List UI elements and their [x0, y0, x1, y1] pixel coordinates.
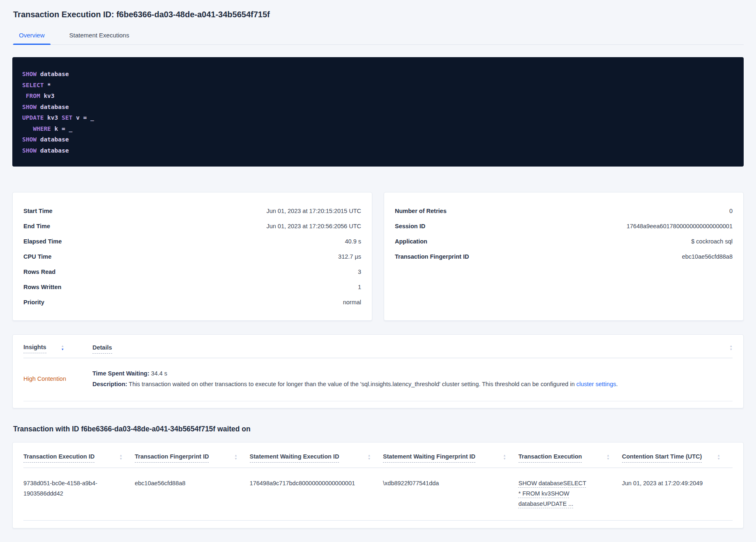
stat-row-retries: Number of Retries 0: [395, 203, 733, 218]
stat-row-elapsed-time: Elapsed Time 40.9 s: [23, 234, 361, 249]
time-spent-waiting-line: Time Spent Waiting: 34.4 s: [92, 368, 733, 379]
sort-desc-icon: ▼: [368, 458, 371, 460]
cell-contention-start-time: Jun 01, 2023 at 17:20:49:2049: [622, 478, 733, 509]
sort-arrows-icon[interactable]: ▲▼: [61, 345, 64, 351]
stat-label: Rows Written: [23, 284, 61, 290]
stat-row-end-time: End Time Jun 01, 2023 at 17:20:56:2056 U…: [23, 218, 361, 234]
sort-desc-icon: ▼: [606, 458, 609, 460]
sql-line: WHERE k = _: [22, 123, 734, 134]
stat-value: Jun 01, 2023 at 17:20:56:2056 UTC: [266, 223, 361, 229]
stat-value: 312.7 µs: [338, 253, 361, 260]
sql-line: SHOW database: [22, 145, 734, 156]
sql-line: FROM kv3: [22, 90, 734, 102]
tab-bar: Overview Statement Executions: [12, 28, 744, 45]
sort-arrows-icon[interactable]: ▲▼: [120, 454, 122, 460]
stat-value: 3: [358, 269, 361, 275]
summary-cards-row: Start Time Jun 01, 2023 at 17:20:15:2015…: [12, 192, 744, 321]
insight-details: Time Spent Waiting: 34.4 s Description: …: [92, 368, 733, 389]
sort-arrows-icon[interactable]: ▲▼: [368, 454, 371, 460]
sort-desc-icon: ▼: [120, 458, 122, 460]
waited-on-heading: Transaction with ID f6be6366-da03-48de-a…: [13, 425, 744, 433]
sort-desc-icon: ▼: [61, 348, 64, 351]
stat-value: 0: [729, 208, 733, 214]
stat-value: $ cockroach sql: [691, 238, 733, 245]
column-header-transaction-execution-id[interactable]: Transaction Execution ID: [23, 453, 94, 463]
stat-label: Transaction Fingerprint ID: [395, 253, 469, 260]
stat-label: Start Time: [23, 208, 53, 214]
stat-value: 1: [358, 284, 361, 290]
cell-statement-waiting-fingerprint-id: \xdb8922f077541dda: [383, 478, 519, 509]
waited-on-table-header: Transaction Execution ID ▲▼ Transaction …: [23, 442, 733, 468]
stat-row-transaction-fingerprint-id: Transaction Fingerprint ID ebc10ae56cfd8…: [395, 249, 733, 264]
cell-transaction-execution-id: 9738d051-bc0e-4158-a9b4-1903586ddd42: [23, 478, 106, 499]
column-header-transaction-fingerprint-id[interactable]: Transaction Fingerprint ID: [135, 453, 209, 463]
sort-arrows-icon[interactable]: ▲▼: [503, 454, 506, 460]
stat-row-priority: Priority normal: [23, 294, 361, 310]
insights-table-header: Insights ▲▼ Details ▲▼: [23, 335, 733, 358]
sql-statements-box: SHOW database SELECT * FROM kv3 SHOW dat…: [12, 57, 744, 167]
stat-row-rows-written: Rows Written 1: [23, 279, 361, 294]
column-header-transaction-execution[interactable]: Transaction Execution: [519, 453, 582, 463]
execution-stats-card: Start Time Jun 01, 2023 at 17:20:15:2015…: [12, 192, 372, 321]
sort-desc-icon: ▼: [717, 458, 720, 460]
stat-label: End Time: [23, 223, 50, 229]
table-row: 9738d051-bc0e-4158-a9b4-1903586ddd42 ebc…: [23, 468, 733, 521]
stat-label: Rows Read: [23, 269, 55, 275]
transaction-details-page: Transaction Execution ID: f6be6366-da03-…: [0, 0, 756, 528]
sort-desc-icon: ▼: [730, 348, 733, 351]
sort-arrows-icon[interactable]: ▲▼: [234, 454, 237, 460]
cluster-settings-link[interactable]: cluster settings: [576, 381, 616, 387]
session-info-card: Number of Retries 0 Session ID 17648a9ee…: [384, 192, 744, 321]
stat-row-rows-read: Rows Read 3: [23, 264, 361, 279]
stat-row-session-id: Session ID 17648a9eea6017800000000000000…: [395, 218, 733, 234]
stat-row-application: Application $ cockroach sql: [395, 234, 733, 249]
stat-row-start-time: Start Time Jun 01, 2023 at 17:20:15:2015…: [23, 203, 361, 218]
column-header-contention-start-time[interactable]: Contention Start Time (UTC): [622, 453, 702, 463]
cell-transaction-fingerprint-id: ebc10ae56cfd88a8: [135, 478, 250, 509]
transaction-execution-link[interactable]: SHOW databaseSELECT * FROM kv3SHOW datab…: [519, 478, 588, 509]
sort-arrows-icon[interactable]: ▲▼: [730, 345, 733, 351]
stat-value: Jun 01, 2023 at 17:20:15:2015 UTC: [266, 208, 361, 214]
sort-arrows-icon[interactable]: ▲▼: [606, 454, 609, 460]
tab-statement-executions[interactable]: Statement Executions: [64, 28, 135, 44]
sort-arrows-icon[interactable]: ▲▼: [717, 454, 720, 460]
page-title: Transaction Execution ID: f6be6366-da03-…: [13, 10, 744, 19]
sort-desc-icon: ▼: [503, 458, 506, 460]
stat-label: Priority: [23, 299, 44, 306]
transaction-fingerprint-link[interactable]: ebc10ae56cfd88a8: [682, 253, 733, 260]
insights-column-header[interactable]: Insights: [23, 344, 46, 353]
cell-statement-waiting-execution-id: 176498a9c717bdc80000000000000001: [250, 478, 383, 509]
stat-value: 17648a9eea6017800000000000000001: [627, 223, 733, 229]
stat-label: Application: [395, 238, 427, 245]
sql-line: UPDATE kv3 SET v = _: [22, 112, 734, 123]
stat-label: Number of Retries: [395, 208, 447, 214]
sql-line: SHOW database: [22, 69, 734, 80]
stat-label: CPU Time: [23, 253, 51, 260]
waited-on-table-card: Transaction Execution ID ▲▼ Transaction …: [12, 442, 744, 528]
stat-label: Elapsed Time: [23, 238, 62, 245]
sort-desc-icon: ▼: [234, 458, 237, 460]
insight-description-line: Description: This transaction waited on …: [92, 379, 733, 389]
tab-overview[interactable]: Overview: [13, 28, 51, 44]
insight-row: High Contention Time Spent Waiting: 34.4…: [23, 358, 733, 401]
sql-line: SHOW database: [22, 102, 734, 113]
sql-line: SHOW database: [22, 134, 734, 145]
sql-line: SELECT *: [22, 80, 734, 91]
column-header-statement-waiting-execution-id[interactable]: Statement Waiting Execution ID: [250, 453, 339, 463]
insight-type-badge: High Contention: [23, 375, 92, 382]
details-column-header[interactable]: Details: [92, 344, 112, 354]
column-header-statement-waiting-fingerprint-id[interactable]: Statement Waiting Fingerprint ID: [383, 453, 475, 463]
stat-value: 40.9 s: [345, 238, 362, 245]
stat-label: Session ID: [395, 223, 425, 229]
stat-row-cpu-time: CPU Time 312.7 µs: [23, 249, 361, 264]
stat-value: normal: [343, 299, 361, 306]
insights-table-card: Insights ▲▼ Details ▲▼ High Contention T…: [12, 334, 744, 408]
